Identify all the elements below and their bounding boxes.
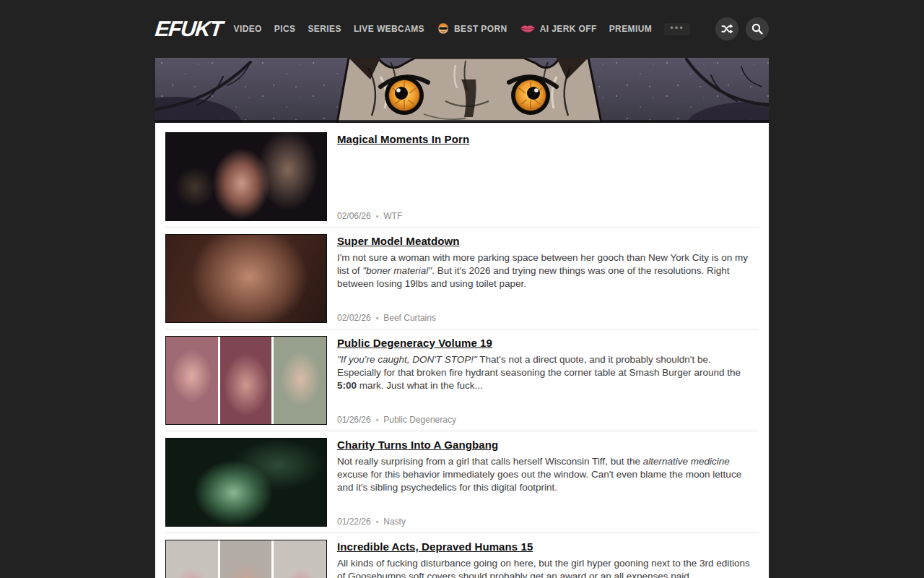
video-title-link[interactable]: Incredible Acts, Depraved Humans 15 [337, 540, 533, 553]
entry-date: 01/22/26 [337, 517, 371, 527]
meta-separator-dot: • [376, 314, 379, 322]
nav-item-ai-jerk-off[interactable]: AI JERK OFF [520, 23, 597, 35]
entry-text: Super Model Meatdown I'm not sure a woma… [337, 234, 759, 290]
video-title-link[interactable]: Magical Moments In Porn [337, 133, 469, 145]
nav-label: BEST PORN [454, 24, 507, 34]
entry-date: 02/06/26 [337, 211, 371, 221]
video-entry: Incredible Acts, Depraved Humans 15 All … [165, 533, 759, 578]
desc-segment: mark. Just what in the fuck... [357, 380, 483, 391]
video-list: Magical Moments In Porn 02/06/26 • WTF S… [155, 123, 769, 578]
video-description: All kinds of fucking disturbance going o… [337, 557, 752, 578]
entry-category-link[interactable]: WTF [383, 211, 402, 221]
desc-segment: "If you're caught, DON'T STOP!" [337, 354, 477, 365]
video-entry: Charity Turns Into A Gangbang Not really… [165, 431, 759, 533]
lips-icon [520, 23, 536, 35]
nav-item-pics[interactable]: PICS [274, 24, 296, 34]
entry-date: 01/26/26 [337, 415, 371, 425]
video-entry: Public Degeneracy Volume 19 "If you're c… [165, 329, 759, 431]
desc-segment: alternative medicine [643, 456, 730, 467]
entry-meta: 01/22/26 • Nasty [337, 517, 759, 527]
entry-category-link[interactable]: Beef Curtains [383, 313, 436, 323]
video-thumbnail[interactable] [165, 540, 327, 578]
video-entry: Super Model Meatdown I'm not sure a woma… [165, 228, 759, 329]
site-logo[interactable]: EFUKT [154, 17, 223, 41]
face-sunglasses-icon [437, 22, 450, 37]
search-button[interactable] [746, 17, 769, 40]
video-thumbnail[interactable] [165, 336, 327, 425]
entry-text: Public Degeneracy Volume 19 "If you're c… [337, 336, 759, 392]
video-description: Not really surprising from a girl that c… [337, 455, 752, 494]
video-thumbnail[interactable] [165, 438, 327, 527]
nav-item-live-webcams[interactable]: LIVE WEBCAMS [354, 24, 424, 34]
desc-segment: 5:00 [337, 380, 357, 391]
nav-item-premium[interactable]: PREMIUM [609, 24, 652, 34]
owl-night-illustration [155, 58, 769, 123]
video-title-link[interactable]: Super Model Meatdown [337, 235, 460, 247]
owl-banner[interactable] [155, 58, 769, 123]
header-actions [715, 17, 769, 40]
nav-label: PREMIUM [609, 24, 652, 34]
top-nav-bar: EFUKT VIDEO PICS SERIES LIVE WEBCAMS BES… [155, 0, 769, 58]
nav-label: AI JERK OFF [540, 24, 597, 34]
desc-segment: "boner material" [362, 265, 432, 276]
nav-label: PICS [274, 24, 296, 34]
entry-text: Charity Turns Into A Gangbang Not really… [337, 438, 759, 494]
entry-meta: 01/26/26 • Public Degeneracy [337, 415, 759, 425]
entry-text: Incredible Acts, Depraved Humans 15 All … [337, 540, 759, 578]
search-icon [751, 23, 763, 35]
nav-more-button[interactable]: ••• [664, 23, 690, 35]
nav-item-series[interactable]: SERIES [308, 24, 341, 34]
video-description: "If you're caught, DON'T STOP!" That's n… [337, 353, 752, 392]
video-entry: Magical Moments In Porn 02/06/26 • WTF [165, 126, 759, 228]
shuffle-icon [721, 23, 733, 35]
meta-separator-dot: • [376, 416, 379, 424]
video-thumbnail[interactable] [165, 234, 327, 323]
main-nav: VIDEO PICS SERIES LIVE WEBCAMS BEST PORN [234, 22, 690, 37]
entry-meta: 02/02/26 • Beef Curtains [337, 313, 759, 323]
entry-category-link[interactable]: Public Degeneracy [383, 415, 456, 425]
entry-meta: 02/06/26 • WTF [337, 211, 759, 221]
nav-label: LIVE WEBCAMS [354, 24, 424, 34]
desc-segment: All kinds of fucking disturbance going o… [337, 558, 750, 578]
desc-segment: Not really surprising from a girl that c… [337, 456, 643, 467]
desc-segment: excuse for this behavior immediately goe… [337, 469, 741, 493]
meta-separator-dot: • [376, 518, 379, 526]
shuffle-button[interactable] [715, 17, 738, 40]
nav-item-video[interactable]: VIDEO [234, 24, 262, 34]
video-thumbnail[interactable] [165, 132, 327, 221]
video-title-link[interactable]: Charity Turns Into A Gangbang [337, 439, 498, 451]
video-title-link[interactable]: Public Degeneracy Volume 19 [337, 337, 492, 349]
entry-category-link[interactable]: Nasty [383, 517, 406, 527]
nav-label: SERIES [308, 24, 341, 34]
video-description: I'm not sure a woman with more parking s… [337, 251, 752, 290]
nav-item-best-porn[interactable]: BEST PORN [437, 22, 507, 37]
entry-date: 02/02/26 [337, 313, 371, 323]
nav-label: VIDEO [234, 24, 262, 34]
meta-separator-dot: • [376, 212, 379, 220]
entry-text: Magical Moments In Porn [337, 132, 759, 150]
